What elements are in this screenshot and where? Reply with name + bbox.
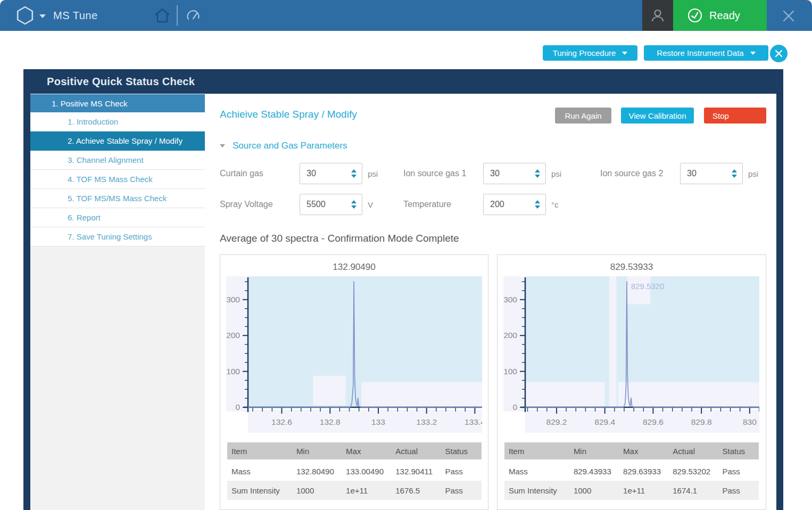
row-value: 829.53202 <box>668 467 718 476</box>
column-header-max: Max <box>342 447 391 456</box>
panel-body: 1. Positive MS Check 1. Introduction2. A… <box>30 94 776 510</box>
stepper-down-icon[interactable] <box>535 175 540 178</box>
curtain-gas-input[interactable]: 30 <box>300 163 362 184</box>
row-value: 132.90411 <box>391 467 441 476</box>
panel-header: Positive Quick Status Check <box>23 69 783 94</box>
svg-text:829.2: 829.2 <box>546 417 567 426</box>
spray-voltage-input[interactable]: 5500 <box>300 194 362 215</box>
row-item-label: Sum Intensity <box>504 486 569 495</box>
spray-voltage-stepper <box>351 200 357 209</box>
status-text: Ready <box>709 10 740 22</box>
column-header-status: Status <box>441 447 481 456</box>
svg-text:300: 300 <box>226 295 240 304</box>
app-logo-hexagon-icon[interactable] <box>15 5 35 28</box>
app-title: MS Tune <box>53 0 98 31</box>
section-title: Source and Gas Parameters <box>233 141 347 151</box>
curtain-gas-unit: psi <box>368 169 378 178</box>
row-item-label: Sum Intensity <box>227 486 292 495</box>
temperature-value: 200 <box>490 200 504 209</box>
row-value: Pass <box>718 486 758 495</box>
user-account-button[interactable] <box>642 0 673 31</box>
field-spray-voltage: Spray Voltage5500V <box>220 194 373 215</box>
result-table: ItemMinMaxActualStatusMass132.80490133.0… <box>227 442 482 500</box>
sidebar-item-positive-ms-check[interactable]: 1. Positive MS Check <box>30 94 205 112</box>
application-window: MS Tune Ready <box>0 0 812 510</box>
stepper-up-icon[interactable] <box>351 200 357 203</box>
spectrum-chart-plot[interactable]: 829.5320829.2829.4829.6829.8830010020030… <box>503 276 759 433</box>
svg-text:0: 0 <box>512 402 517 412</box>
sidebar-item-1[interactable]: 1. Introduction <box>30 112 205 131</box>
sidebar-item-6[interactable]: 6. Report <box>30 208 205 227</box>
row-item-label: Mass <box>504 467 569 476</box>
svg-text:0: 0 <box>235 402 240 412</box>
sidebar-item-5[interactable]: 5. TOF MS/MS Mass Check <box>30 189 205 208</box>
stepper-up-icon[interactable] <box>732 169 737 172</box>
ion-source-gas-2-label: Ion source gas 2 <box>600 169 680 178</box>
row-value: 1e+11 <box>342 486 391 495</box>
stepper-up-icon[interactable] <box>535 200 540 203</box>
spray-voltage-label: Spray Voltage <box>220 200 300 209</box>
ion-source-gas-2-stepper <box>732 169 737 178</box>
column-header-max: Max <box>619 447 668 456</box>
source-gas-parameters-header[interactable]: Source and Gas Parameters <box>220 141 347 151</box>
spectra-status-title: Average of 30 spectra - Confirmation Mod… <box>220 233 459 244</box>
column-header-actual: Actual <box>391 447 441 456</box>
table-row: Sum Intensity10001e+111676.5Pass <box>227 481 482 500</box>
tuning-procedure-label: Tuning Procedure <box>553 48 616 57</box>
stepper-up-icon[interactable] <box>351 169 357 172</box>
check-circle-icon <box>687 7 703 23</box>
status-badge: Ready <box>673 0 767 31</box>
collapse-caret-icon <box>220 144 225 147</box>
svg-text:133.2: 133.2 <box>416 417 437 426</box>
column-header-min: Min <box>569 447 619 456</box>
row-value: 133.00490 <box>342 467 391 476</box>
window-close-icon[interactable] <box>782 9 796 25</box>
table-row: Mass829.43933829.63933829.53202Pass <box>504 462 759 481</box>
svg-text:300: 300 <box>503 295 517 304</box>
peak-mass-annotation: 829.5320 <box>631 282 665 291</box>
spectrum-panel-left: 132.90490132.6132.8133133.2133.401002003… <box>220 254 488 510</box>
ion-source-gas-1-input[interactable]: 30 <box>483 163 546 184</box>
row-value: 829.63933 <box>619 467 668 476</box>
logo-dropdown-caret-icon[interactable] <box>39 14 46 18</box>
home-icon[interactable] <box>153 7 171 26</box>
spectrum-chart-plot[interactable]: 132.6132.8133133.2133.40100200300 <box>226 276 482 433</box>
sidebar-item-7[interactable]: 7. Save Tuning Settings <box>30 227 205 246</box>
stop-button[interactable]: Stop <box>704 108 766 124</box>
row-value: Pass <box>441 486 481 495</box>
stepper-down-icon[interactable] <box>535 205 540 209</box>
svg-text:100: 100 <box>226 367 240 376</box>
field-row-0: Curtain gas30psiIon source gas 130psiIon… <box>220 163 763 184</box>
temperature-unit: °c <box>551 200 559 209</box>
tuning-procedure-button[interactable]: Tuning Procedure <box>543 45 637 61</box>
result-table-header: ItemMinMaxActualStatus <box>504 442 759 459</box>
table-row: Sum Intensity10001e+111674.1Pass <box>504 481 759 500</box>
restore-label: Restore Instrument Data <box>657 48 743 57</box>
temperature-input[interactable]: 200 <box>483 194 546 215</box>
sidebar-item-2[interactable]: 2. Achieve Stable Spray / Modify <box>30 131 205 151</box>
stepper-down-icon[interactable] <box>351 175 357 178</box>
stepper-down-icon[interactable] <box>351 205 357 209</box>
ion-source-gas-1-label: Ion source gas 1 <box>403 169 483 178</box>
ion-source-gas-2-input[interactable]: 30 <box>680 163 743 184</box>
x-icon <box>775 50 783 57</box>
row-value: 1000 <box>292 486 342 495</box>
svg-text:132.8: 132.8 <box>320 417 341 426</box>
sidebar-item-4[interactable]: 4. TOF MS Mass Check <box>30 170 205 189</box>
row-item-label: Mass <box>227 467 292 476</box>
svg-text:829.8: 829.8 <box>691 417 712 426</box>
temperature-stepper <box>535 200 540 209</box>
chart-title: 829.53933 <box>498 262 766 273</box>
spray-voltage-value: 5500 <box>306 200 326 209</box>
view-calibration-button[interactable]: View Calibration <box>621 108 694 124</box>
restore-instrument-data-button[interactable]: Restore Instrument Data <box>644 45 768 61</box>
sidebar-item-3[interactable]: 3. Channel Alignment <box>30 151 205 170</box>
run-again-button[interactable]: Run Again <box>555 108 611 124</box>
stepper-up-icon[interactable] <box>535 169 540 172</box>
stepper-down-icon[interactable] <box>732 175 737 178</box>
dismiss-procedure-button[interactable] <box>770 45 788 62</box>
ion-source-gas-2-unit: psi <box>748 169 758 178</box>
gauge-icon[interactable] <box>186 9 201 24</box>
ion-source-gas-2-value: 30 <box>687 169 697 178</box>
field-row-1: Spray Voltage5500VTemperature200°c <box>220 194 763 215</box>
